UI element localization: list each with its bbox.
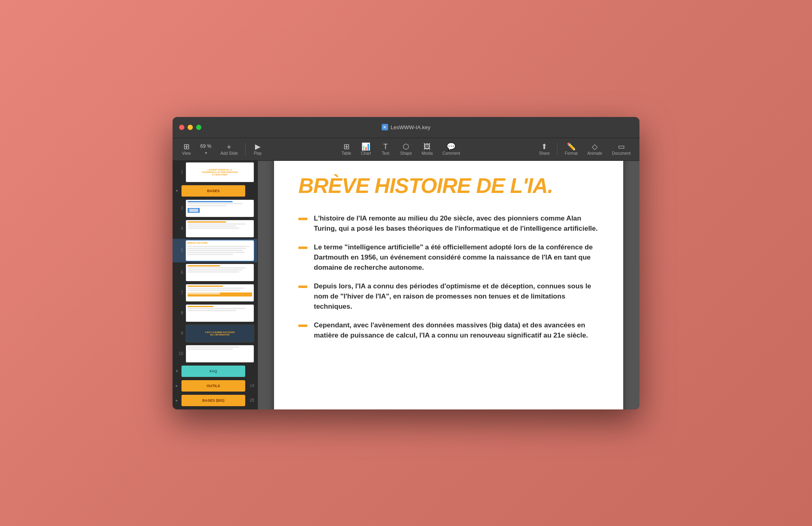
slide-thumb-5: BRÈVE HISTOIRE <box>186 240 254 261</box>
shape-button[interactable]: ⬡ Shape <box>396 141 416 157</box>
slide-panel: 1 L'EXPERT IPHÈRE DE LACONFÉRENCE LES PE… <box>173 161 258 409</box>
section-bases-arrow: ▾ <box>176 188 180 193</box>
close-button[interactable] <box>179 125 184 130</box>
document-icon: ▭ <box>618 143 625 150</box>
text-label: Text <box>382 151 389 156</box>
view-icon: ⊞ <box>184 143 190 150</box>
canvas-area: BRÈVE HISTOIRE DE L'IA. L'histoire de l'… <box>258 161 639 409</box>
section-outils-label: OUTILS <box>181 380 245 392</box>
chart-icon: 📊 <box>361 143 370 150</box>
table-icon: ⊞ <box>343 143 350 150</box>
animate-icon: ◇ <box>592 143 598 150</box>
slide-thumb-4 <box>186 220 254 238</box>
section-bases-bis-header[interactable]: ▸ BASES (BIS) 28 <box>173 393 257 408</box>
slide-number-4: 4 <box>176 226 183 231</box>
bullet-item-4: Cependant, avec l'avènement des données … <box>298 320 599 340</box>
media-button[interactable]: 🖼 Media <box>417 141 436 157</box>
chart-button[interactable]: 📊 Chart <box>357 141 375 157</box>
add-slide-button[interactable]: ＋ Add Slide <box>216 141 242 157</box>
play-label: Play <box>254 151 261 156</box>
format-label: Format <box>565 151 578 156</box>
slide-number-7: 7 <box>176 290 183 295</box>
separator-1 <box>245 143 246 156</box>
slide-item-1[interactable]: 1 L'EXPERT IPHÈRE DE LACONFÉRENCE LES PE… <box>173 161 257 184</box>
play-button[interactable]: ▶ Play <box>249 141 267 157</box>
slide-thumb-8 <box>186 304 254 322</box>
slide-item-4[interactable]: 4 <box>173 219 257 239</box>
section-bases-label: BASES <box>181 185 245 197</box>
title-bar: K LesWWW-IA.key <box>173 117 639 138</box>
section-outils-arrow: ▸ <box>176 383 180 388</box>
slide-thumb-10 <box>186 345 254 363</box>
zoom-arrow: ▾ <box>205 151 207 155</box>
share-button[interactable]: ⬆ Share <box>535 141 554 157</box>
section-bases-bis-arrow: ▸ <box>176 398 180 403</box>
play-icon: ▶ <box>255 143 261 150</box>
animate-label: Animate <box>587 151 603 156</box>
separator-2 <box>557 143 557 156</box>
bullet-item-3: Depuis lors, l'IA a connu des périodes d… <box>298 281 599 312</box>
share-icon: ⬆ <box>541 143 547 150</box>
zoom-control[interactable]: 69 % ▾ <box>197 142 215 157</box>
bullet-item-1: L'histoire de l'IA remonte au milieu du … <box>298 214 599 234</box>
window-title: LesWWW-IA.key <box>391 124 430 130</box>
bullet-marker-3 <box>298 286 307 288</box>
zoom-value: 69 % <box>200 143 211 149</box>
bullet-item-2: Le terme "intelligence artificielle" a é… <box>298 242 599 273</box>
section-faq-header[interactable]: ▾ FAQ <box>173 364 257 379</box>
slide-item-3[interactable]: 3 <box>173 198 257 219</box>
document-label: Document <box>612 151 631 156</box>
bullet-text-3: Depuis lors, l'IA a connu des périodes d… <box>314 281 599 312</box>
shape-icon: ⬡ <box>403 143 409 150</box>
slide-item-10[interactable]: 10 <box>173 344 257 364</box>
format-icon: ✏️ <box>567 143 576 150</box>
comment-label: Comment <box>443 151 460 156</box>
view-button[interactable]: ⊞ View <box>177 141 195 157</box>
slide-item-7[interactable]: 7 <box>173 283 257 303</box>
table-button[interactable]: ⊞ Table <box>337 141 355 157</box>
share-label: Share <box>539 151 550 156</box>
slide-thumb-1: L'EXPERT IPHÈRE DE LACONFÉRENCE LES PERF… <box>186 162 254 182</box>
slide-thumb-9: C'EST LA BOMBE NUCLÉAIREDE L'INFORMATION <box>186 325 254 342</box>
slide-item-9[interactable]: 9 C'EST LA BOMBE NUCLÉAIREDE L'INFORMATI… <box>173 323 257 344</box>
slide-canvas[interactable]: BRÈVE HISTOIRE DE L'IA. L'histoire de l'… <box>274 161 623 409</box>
section-faq-label: FAQ <box>181 366 245 377</box>
add-slide-icon: ＋ <box>225 143 233 150</box>
document-button[interactable]: ▭ Document <box>608 141 635 157</box>
text-button[interactable]: T Text <box>377 141 395 157</box>
bullet-marker-4 <box>298 325 307 327</box>
slide-title: BRÈVE HISTOIRE DE L'IA. <box>298 174 599 197</box>
bullet-text-1: L'histoire de l'IA remonte au milieu du … <box>314 214 599 234</box>
slide-number-3: 3 <box>176 206 183 210</box>
slide-item-6[interactable]: 6 <box>173 262 257 283</box>
slide-number-8: 8 <box>176 311 183 315</box>
toolbar: ⊞ View 69 % ▾ ＋ Add Slide ▶ Play ⊞ Table… <box>173 138 639 161</box>
slide-number-6: 6 <box>176 270 183 275</box>
bullet-marker-1 <box>298 218 307 220</box>
media-label: Media <box>421 151 432 156</box>
section-usages-header[interactable]: ▸ USAGES RÉELS 34 <box>173 408 257 409</box>
slide-item-8[interactable]: 8 <box>173 303 257 323</box>
text-icon: T <box>383 143 388 150</box>
table-label: Table <box>341 151 351 156</box>
bullet-marker-2 <box>298 247 307 249</box>
application-window: K LesWWW-IA.key ⊞ View 69 % ▾ ＋ Add Slid… <box>173 117 639 409</box>
main-content: 1 L'EXPERT IPHÈRE DE LACONFÉRENCE LES PE… <box>173 161 639 409</box>
comment-button[interactable]: 💬 Comment <box>438 141 464 157</box>
format-button[interactable]: ✏️ Format <box>561 141 582 157</box>
slide-item-5[interactable]: 5 BRÈVE HISTOIRE <box>173 239 257 262</box>
slide-number-9: 9 <box>176 331 183 336</box>
slide-thumb-6 <box>186 264 254 281</box>
section-faq-arrow: ▾ <box>176 369 180 373</box>
bullet-text-4: Cependant, avec l'avènement des données … <box>314 320 599 340</box>
animate-button[interactable]: ◇ Animate <box>583 141 607 157</box>
maximize-button[interactable] <box>196 125 201 130</box>
traffic-lights <box>179 125 201 130</box>
slide-thumb-7 <box>186 284 254 302</box>
section-bases-header[interactable]: ▾ BASES <box>173 184 257 198</box>
minimize-button[interactable] <box>188 125 193 130</box>
view-label: View <box>182 151 191 156</box>
slide-number-5: 5 <box>176 248 183 253</box>
slide-number-1: 1 <box>176 170 183 174</box>
section-outils-header[interactable]: ▸ OUTILS 14 <box>173 379 257 393</box>
